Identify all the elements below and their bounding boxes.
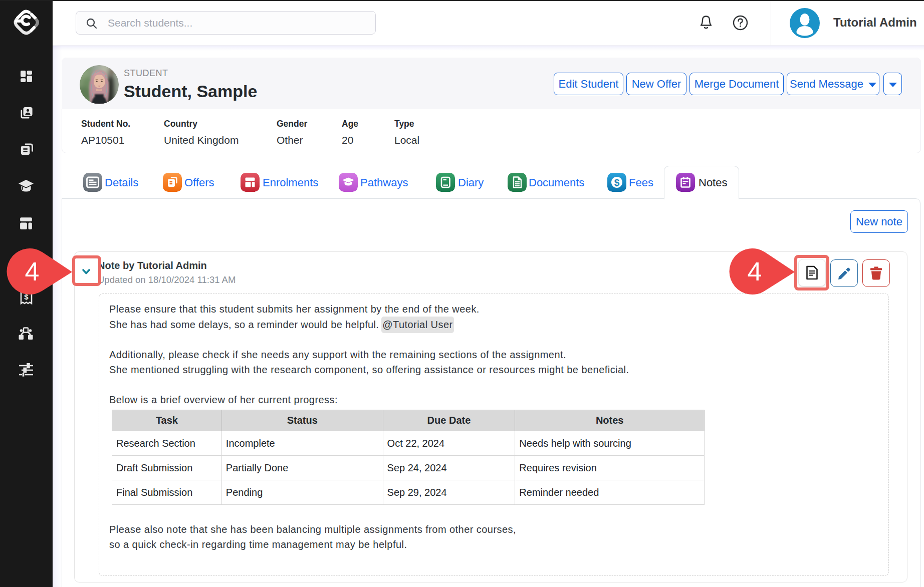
svg-text:$: $ xyxy=(614,177,620,188)
svg-text:4: 4 xyxy=(25,257,40,286)
svg-text:4: 4 xyxy=(748,257,762,286)
